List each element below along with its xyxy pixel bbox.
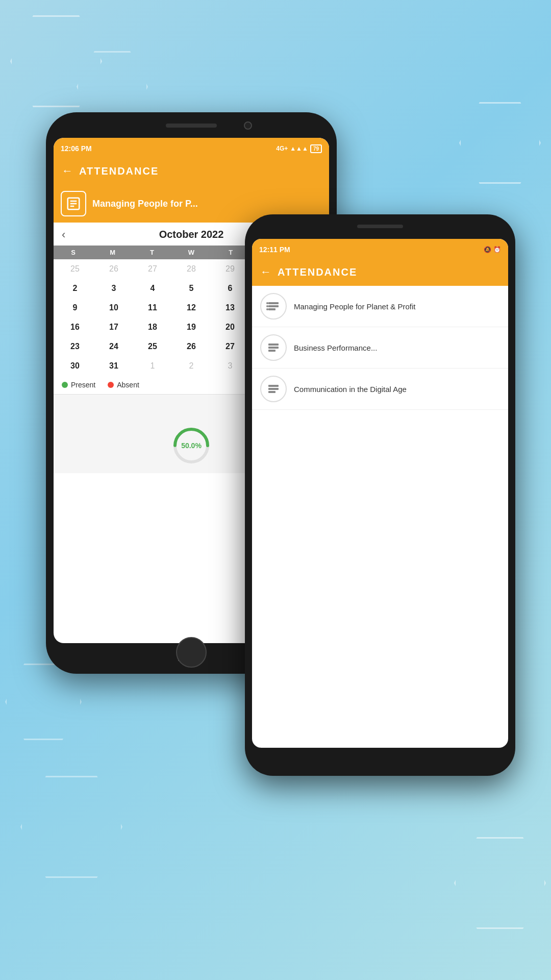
- present-dot: [62, 382, 68, 388]
- phone1-speaker: [166, 124, 217, 128]
- hex-decoration-3: [459, 102, 541, 184]
- header-title-1: ATTENDANCE: [79, 165, 159, 177]
- day-header-t1: T: [132, 249, 171, 256]
- day-header-w: W: [171, 249, 211, 256]
- absent-label: Absent: [117, 381, 139, 389]
- status-time-2: 12:11 PM: [259, 246, 290, 254]
- back-button-2[interactable]: ←: [260, 265, 271, 279]
- cal-day-3-next[interactable]: 3: [211, 357, 249, 375]
- cal-day-26-prev[interactable]: 26: [94, 260, 133, 278]
- svg-rect-8: [268, 308, 276, 310]
- svg-rect-14: [268, 350, 276, 352]
- svg-rect-17: [268, 391, 276, 393]
- cal-day-10[interactable]: 10: [94, 299, 133, 316]
- cal-day-2-next[interactable]: 2: [172, 357, 211, 375]
- cal-day-12[interactable]: 12: [172, 299, 211, 316]
- svg-rect-13: [268, 347, 279, 349]
- cal-day-3[interactable]: 3: [94, 280, 133, 297]
- cal-day-16[interactable]: 16: [56, 318, 94, 336]
- day-header-m: M: [93, 249, 132, 256]
- cal-day-28-prev[interactable]: 28: [172, 260, 211, 278]
- cal-day-11[interactable]: 11: [133, 299, 172, 316]
- absent-dot: [108, 382, 114, 388]
- hex-decoration-5: [454, 837, 546, 929]
- back-button-1[interactable]: ←: [62, 164, 73, 178]
- status-time-1: 12:06 PM: [61, 144, 92, 153]
- course-title-1: Managing People for P...: [92, 199, 198, 209]
- phone1-home-button[interactable]: [176, 637, 207, 668]
- phone-2: 12:11 PM 🔕 ⏰ ← ATTENDANCE: [245, 214, 515, 776]
- cal-day-13[interactable]: 13: [211, 299, 249, 316]
- svg-rect-15: [268, 385, 279, 387]
- phone1-camera: [244, 121, 252, 130]
- absent-legend: Absent: [108, 381, 139, 389]
- status-icons-1: 4G+ ▲▲▲ 79: [276, 144, 322, 153]
- cal-day-20[interactable]: 20: [211, 318, 249, 336]
- svg-point-10: [266, 305, 268, 307]
- alarm-icon: ⏰: [493, 246, 501, 253]
- status-bar-1: 12:06 PM 4G+ ▲▲▲ 79: [54, 138, 329, 159]
- course-list-icon-1: [260, 293, 287, 320]
- course-list-item-2[interactable]: Business Performance...: [252, 327, 508, 369]
- cal-day-29-prev[interactable]: 29: [211, 260, 249, 278]
- header-title-2: ATTENDANCE: [278, 266, 357, 278]
- hex-decoration-4: [20, 776, 122, 878]
- course-list: Managing People for Planet & Profit Busi…: [252, 286, 508, 410]
- course-icon: [61, 191, 86, 216]
- day-header-s1: S: [54, 249, 93, 256]
- status-bar-2: 12:11 PM 🔕 ⏰: [252, 239, 508, 260]
- cal-day-25-prev[interactable]: 25: [56, 260, 94, 278]
- cal-day-5[interactable]: 5: [172, 280, 211, 297]
- mute-icon: 🔕: [484, 246, 491, 253]
- course-list-icon-3: [260, 376, 287, 402]
- status-icons-2: 🔕 ⏰: [484, 246, 501, 253]
- cal-day-27[interactable]: 27: [211, 338, 249, 355]
- progress-circle: 50.0%: [171, 425, 212, 466]
- svg-rect-12: [268, 344, 279, 346]
- cal-day-26[interactable]: 26: [172, 338, 211, 355]
- cal-day-31[interactable]: 31: [94, 357, 133, 375]
- app-header-1: ← ATTENDANCE: [54, 159, 329, 185]
- hex-decoration-6: [5, 664, 82, 740]
- svg-rect-6: [268, 302, 279, 304]
- cal-day-19[interactable]: 19: [172, 318, 211, 336]
- svg-point-11: [266, 308, 268, 310]
- phone2-speaker: [357, 225, 403, 228]
- cal-day-18[interactable]: 18: [133, 318, 172, 336]
- svg-rect-7: [268, 305, 279, 307]
- prev-month-button[interactable]: ‹: [62, 228, 65, 241]
- cal-day-23[interactable]: 23: [56, 338, 94, 355]
- course-list-title-1: Managing People for Planet & Profit: [294, 302, 415, 311]
- cal-day-30[interactable]: 30: [56, 357, 94, 375]
- cal-day-27-prev[interactable]: 27: [133, 260, 172, 278]
- cal-day-6[interactable]: 6: [211, 280, 249, 297]
- svg-rect-16: [268, 388, 279, 390]
- course-list-icon-2: [260, 334, 287, 361]
- course-list-item-1[interactable]: Managing People for Planet & Profit: [252, 286, 508, 327]
- course-list-item-3[interactable]: Communication in the Digital Age: [252, 369, 508, 410]
- cal-day-17[interactable]: 17: [94, 318, 133, 336]
- month-year-label: October 2022: [159, 229, 224, 240]
- cal-day-4[interactable]: 4: [133, 280, 172, 297]
- battery-icon: 79: [310, 144, 322, 153]
- cal-day-9[interactable]: 9: [56, 299, 94, 316]
- present-label: Present: [71, 381, 95, 389]
- app-header-2: ← ATTENDANCE: [252, 260, 508, 286]
- cal-day-24[interactable]: 24: [94, 338, 133, 355]
- phone2-screen: 12:11 PM 🔕 ⏰ ← ATTENDANCE: [252, 239, 508, 748]
- svg-point-9: [266, 302, 268, 304]
- course-list-title-3: Communication in the Digital Age: [294, 385, 407, 394]
- course-list-title-2: Business Performance...: [294, 344, 377, 352]
- progress-percentage: 50.0%: [181, 442, 202, 450]
- cal-day-25[interactable]: 25: [133, 338, 172, 355]
- signal-icon: 4G+: [276, 145, 288, 152]
- cal-day-2[interactable]: 2: [56, 280, 94, 297]
- cal-day-1-next[interactable]: 1: [133, 357, 172, 375]
- wifi-icon: ▲▲▲: [290, 145, 308, 152]
- present-legend: Present: [62, 381, 95, 389]
